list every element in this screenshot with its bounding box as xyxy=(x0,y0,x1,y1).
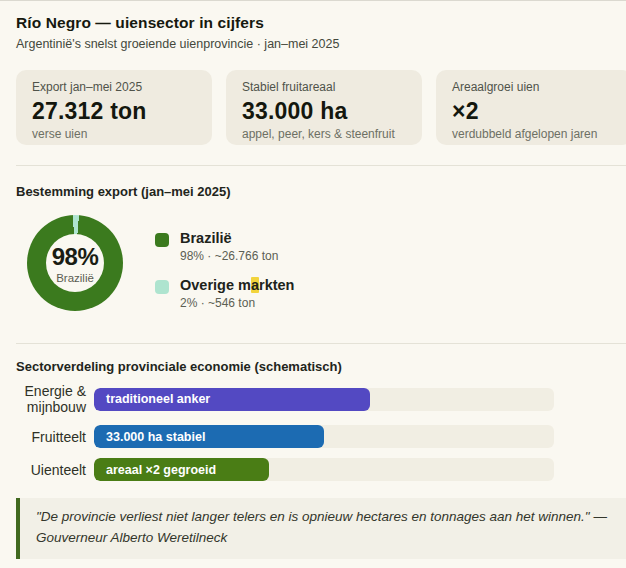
legend-label: Brazilië xyxy=(180,229,278,247)
legend-detail: 98% · ~26.766 ton xyxy=(180,249,278,263)
stat-card-fruitareaal: Stabiel fruitareaal 33.000 ha appel, pee… xyxy=(226,70,422,145)
stat-card-areaalgroei: Areaalgroei uien ×2 verdubbeld afgelopen… xyxy=(436,70,626,145)
export-section-heading: Bestemming export (jan–mei 2025) xyxy=(16,184,626,199)
stat-card-sub: appel, peer, kers & steenfruit xyxy=(242,127,406,142)
page-subtitle: Argentinië's snelst groeiende uienprovin… xyxy=(16,37,626,51)
stat-cards-row: Export jan–mei 2025 27.312 ton verse uie… xyxy=(16,70,626,145)
bar-track: 33.000 ha stabiel xyxy=(94,425,554,448)
stat-card-value: 33.000 ha xyxy=(242,97,406,125)
bar-row-fruitteelt: Fruitteelt 33.000 ha stabiel xyxy=(16,425,626,448)
bar-track: areaal ×2 gegroeid xyxy=(94,458,554,481)
export-donut-chart: 98% Brazilië Brazilië 98% · ~26.766 ton … xyxy=(16,215,626,311)
legend-label: Overige markten xyxy=(180,276,294,294)
legend-item-brazilie: Brazilië 98% · ~26.766 ton xyxy=(155,229,294,263)
infographic-root: Río Negro — uiensector in cijfers Argent… xyxy=(0,1,626,568)
legend-item-overige-markten: Overige markten 2% · ~546 ton xyxy=(155,276,294,310)
legend-detail: 2% · ~546 ton xyxy=(180,296,294,310)
stat-card-label: Export jan–mei 2025 xyxy=(32,80,196,95)
find-in-page-highlight: a xyxy=(251,277,259,293)
divider xyxy=(16,165,626,166)
stat-card-value: 27.312 ton xyxy=(32,97,196,125)
governor-quote: "De provincie verliest niet langer teler… xyxy=(16,498,626,559)
donut-center-label: Brazilië xyxy=(56,272,94,284)
sector-bar-chart: Energie & mijnbouw traditioneel anker Fr… xyxy=(16,383,626,481)
bar-row-uienteelt: Uienteelt areaal ×2 gegroeid xyxy=(16,458,626,481)
donut-legend: Brazilië 98% · ~26.766 ton Overige markt… xyxy=(155,215,294,310)
bar-fill-fruitteelt: 33.000 ha stabiel xyxy=(94,425,324,448)
stat-card-value: ×2 xyxy=(452,97,616,125)
bar-row-label: Uienteelt xyxy=(16,462,86,478)
sector-section-heading: Sectorverdeling provinciale economie (sc… xyxy=(16,359,626,374)
donut-center: 98% Brazilië xyxy=(46,234,104,292)
divider xyxy=(16,343,626,344)
bar-row-label: Energie & mijnbouw xyxy=(16,383,86,415)
bar-fill-uienteelt: areaal ×2 gegroeid xyxy=(94,458,269,481)
bar-row-label: Fruitteelt xyxy=(16,429,86,445)
bar-fill-energie: traditioneel anker xyxy=(94,388,370,411)
donut-wrap: 98% Brazilië xyxy=(27,215,123,311)
page-title: Río Negro — uiensector in cijfers xyxy=(16,14,626,32)
stat-card-label: Areaalgroei uien xyxy=(452,80,616,95)
legend-swatch-brazilie xyxy=(155,233,169,247)
stat-card-label: Stabiel fruitareaal xyxy=(242,80,406,95)
bar-row-energie: Energie & mijnbouw traditioneel anker xyxy=(16,383,626,415)
donut-center-value: 98% xyxy=(52,243,99,271)
bar-track: traditioneel anker xyxy=(94,388,554,411)
stat-card-sub: verdubbeld afgelopen jaren xyxy=(452,127,616,142)
stat-card-sub: verse uien xyxy=(32,127,196,142)
legend-swatch-overige xyxy=(155,280,169,294)
stat-card-export: Export jan–mei 2025 27.312 ton verse uie… xyxy=(16,70,212,145)
